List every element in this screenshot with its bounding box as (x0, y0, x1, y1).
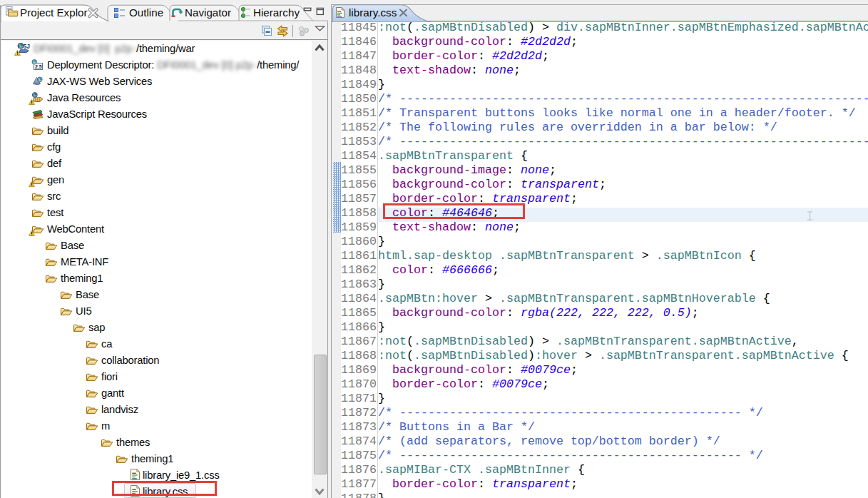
svg-text:2.5: 2.5 (35, 64, 42, 69)
svg-text:Hierarchy: Hierarchy (253, 6, 300, 19)
svg-text:5J: 5J (24, 43, 30, 50)
svg-text:library.css: library.css (349, 6, 397, 19)
svg-text:Outline: Outline (129, 6, 163, 19)
svg-text:Project Explor: Project Explor (20, 6, 88, 19)
svg-text:Navigator: Navigator (185, 6, 231, 19)
